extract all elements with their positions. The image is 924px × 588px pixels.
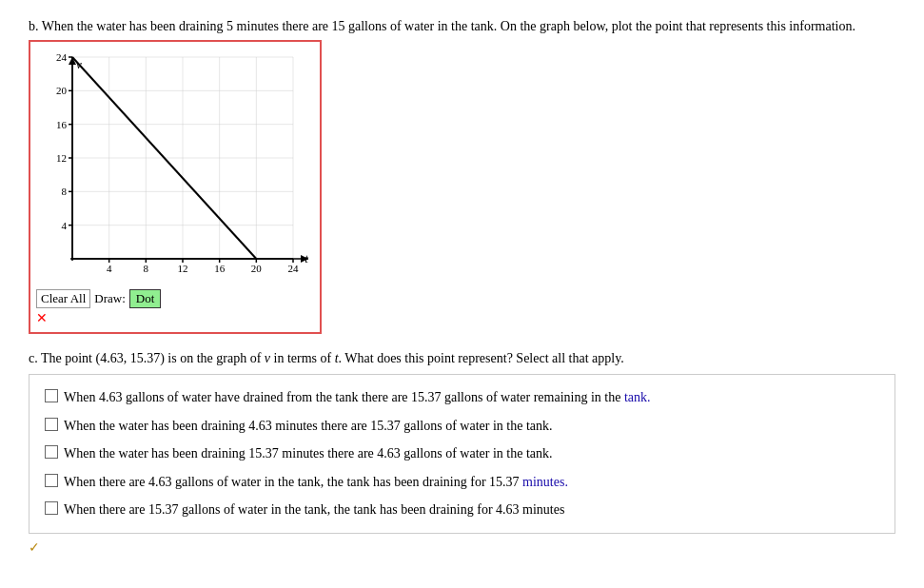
checkmark-area: ✓ xyxy=(29,539,895,556)
checkbox-2[interactable] xyxy=(45,418,58,431)
choice-4-blue: minutes. xyxy=(522,475,568,489)
choice-item-4: When there are 4.63 gallons of water in … xyxy=(45,473,879,492)
section-c-text: The point (4.63, 15.37) is on the graph … xyxy=(41,351,624,365)
draw-label: Draw: xyxy=(94,291,126,306)
graph-area: Clear All Draw: Dot xyxy=(36,48,312,308)
choice-text-2: When the water has been draining 4.63 mi… xyxy=(64,417,553,436)
checkbox-1[interactable] xyxy=(45,389,58,402)
choice-item-1: When 4.63 gallons of water have drained … xyxy=(45,388,879,407)
graph-controls: Clear All Draw: Dot xyxy=(36,289,312,308)
checkbox-5[interactable] xyxy=(45,501,58,515)
checkbox-4[interactable] xyxy=(45,474,58,487)
error-mark: ✕ xyxy=(36,310,312,326)
section-c-letter: c. xyxy=(29,351,38,365)
section-b-text: When the water has been draining 5 minut… xyxy=(42,19,855,33)
section-c-label: c. The point (4.63, 15.37) is on the gra… xyxy=(29,351,895,366)
section-b-letter: b. xyxy=(29,19,39,33)
choice-item-5: When there are 15.37 gallons of water in… xyxy=(45,500,879,519)
choice-text-4: When there are 4.63 gallons of water in … xyxy=(64,473,568,492)
clear-all-button[interactable]: Clear All xyxy=(36,289,90,308)
graph-canvas[interactable] xyxy=(36,48,312,285)
dot-button[interactable]: Dot xyxy=(129,289,162,308)
section-b: b. When the water has been draining 5 mi… xyxy=(29,19,895,334)
choice-item-2: When the water has been draining 4.63 mi… xyxy=(45,417,879,436)
checkbox-3[interactable] xyxy=(45,445,58,459)
choice-text-1: When 4.63 gallons of water have drained … xyxy=(64,388,651,407)
answer-box: When 4.63 gallons of water have drained … xyxy=(29,374,895,534)
section-c: c. The point (4.63, 15.37) is on the gra… xyxy=(29,351,895,556)
graph-container: Clear All Draw: Dot ✕ xyxy=(29,40,322,334)
choice-text-5: When there are 15.37 gallons of water in… xyxy=(64,500,564,519)
choice-1-blue: tank. xyxy=(624,390,651,404)
choice-text-3: When the water has been draining 15.37 m… xyxy=(64,444,553,463)
section-b-label: b. When the water has been draining 5 mi… xyxy=(29,19,895,34)
choice-item-3: When the water has been draining 15.37 m… xyxy=(45,444,879,463)
